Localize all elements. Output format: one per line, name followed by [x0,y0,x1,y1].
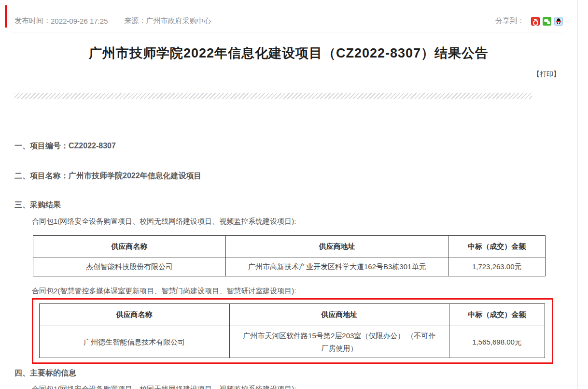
publish-time-label: 发布时间： [14,16,51,26]
announcement-page: 发布时间： 2022-09-26 17:25 来源： 广州市政府采购中心 分享到… [0,0,588,389]
table-header-row: 供应商名称 供应商地址 中标（成交）金额 [33,236,546,258]
package2-result-table: 供应商名称 供应商地址 中标（成交）金额 广州德生智能信息技术有限公司 广州市天… [39,303,545,358]
publish-time-value: 2022-09-26 17:25 [51,17,108,25]
share-label: 分享到： [495,16,524,26]
meta-bar: 发布时间： 2022-09-26 17:25 来源： 广州市政府采购中心 分享到… [14,16,563,26]
qq-scarf-glyph [556,21,561,22]
table-row: 杰创智能科技股份有限公司 广州市高新技术产业开发区科学大道162号B3栋301单… [33,258,546,276]
weibo-share-icon[interactable] [531,17,540,26]
share-bar: 分享到： [495,16,563,26]
supplier-name-cell: 广州德生智能信息技术有限公司 [40,326,230,358]
meta-divider-line [12,32,562,32]
supplier-name-header: 供应商名称 [40,304,230,326]
supplier-address-cell: 广州市天河区软件路15号第2层203室（仅限办公） （不可作厂房使用） [229,326,449,358]
column-divider [577,0,578,389]
award-amount-header: 中标（成交）金额 [448,236,546,258]
qq-share-icon[interactable] [554,17,563,26]
package1-result-table: 供应商名称 供应商地址 中标（成交）金额 杰创智能科技股份有限公司 广州市高新技… [33,235,546,276]
award-amount-header: 中标（成交）金额 [449,304,545,326]
table-row: 广州德生智能信息技术有限公司 广州市天河区软件路15号第2层203室（仅限办公）… [40,326,545,358]
wechat-bubble2-glyph [547,21,550,24]
award-amount-cell: 1,723,263.00元 [448,258,546,276]
supplier-address-header: 供应商地址 [229,304,449,326]
package2-label: 合同包2(智慧管控多媒体课室更新项目、智慧门岗建设项目、智慧研讨室建设项目): [32,287,296,296]
supplier-address-cell: 广州市高新技术产业开发区科学大道162号B3栋301单元 [225,258,448,276]
supplier-name-cell: 杰创智能科技股份有限公司 [33,258,226,276]
weibo-ray-glyph [534,19,538,23]
red-annotation-mark [5,5,7,28]
package1-label: 合同包1(网络安全设备购置项目、校园无线网络建设项目、视频监控系统建设项目): [32,217,296,226]
page-title: 广州市技师学院2022年信息化建设项目（CZ2022-8307）结果公告 [0,44,577,62]
section-project-name: 二、项目名称：广州市技师学院2022年信息化建设项目 [14,171,202,181]
award-amount-cell: 1,565,698.00元 [449,326,545,358]
print-button[interactable]: 【打印】 [533,70,560,79]
supplier-address-header: 供应商地址 [225,236,448,258]
source-value: 广州市政府采购中心 [146,16,211,26]
bottom-partial-line: 合同包1(网络安全设备购置项目、校园无线网络建设项目、视频监控系统建设项目): [32,385,296,389]
table-header-row: 供应商名称 供应商地址 中标（成交）金额 [40,304,545,326]
section-procurement-result: 三、采购结果 [14,200,61,210]
wechat-share-icon[interactable] [543,17,551,26]
section-project-number: 一、项目编号：CZ2022-8307 [14,141,116,151]
hatched-divider [14,93,532,99]
supplier-name-header: 供应商名称 [33,236,226,258]
section-main-subject-info: 四、主要标的信息 [14,368,76,378]
source-label: 来源： [124,16,146,26]
